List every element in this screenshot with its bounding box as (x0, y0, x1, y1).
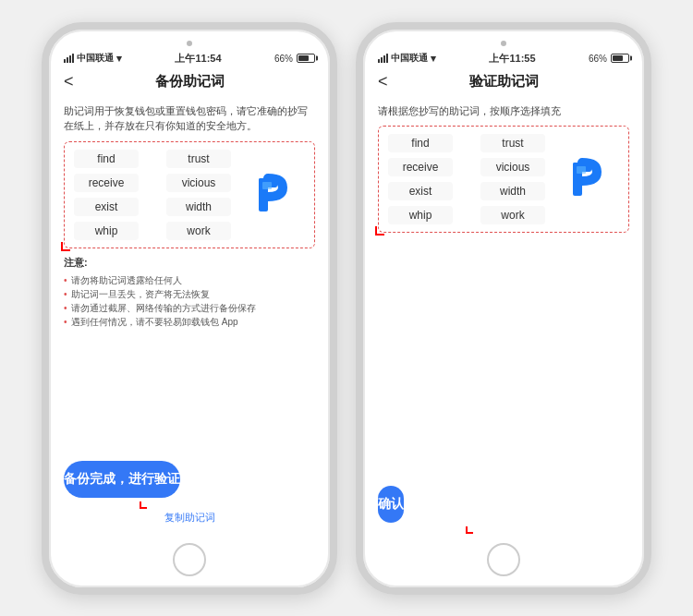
verify-row-1: find trust (388, 134, 545, 152)
mnemonic-box-1: find trust receive vicious exist width w… (64, 141, 315, 248)
logo-center-2 (553, 153, 619, 205)
verify-row-3: exist width (388, 182, 545, 200)
signal-icon-2 (378, 54, 388, 63)
verify-receive[interactable]: receive (388, 158, 453, 176)
status-bar-2: 中国联通 ▾ 上午11:55 66% (363, 44, 644, 69)
word-find: find (74, 150, 139, 168)
carrier-name-2: 中国联通 (391, 52, 428, 65)
carrier-signal-2: 中国联通 ▾ (378, 52, 436, 65)
note-item-1: 请勿将助记词透露给任何人 (64, 273, 315, 287)
battery-icon (297, 54, 315, 63)
note-item-3: 请勿通过截屏、网络传输的方式进行备份保存 (64, 301, 315, 315)
nav-bar-1: < 备份助记词 (49, 69, 330, 96)
word-trust: trust (166, 150, 231, 168)
screen-content-2: 请根据您抄写的助记词，按顺序选择填充 find trust receive vi… (363, 96, 644, 536)
word-row-4: whip work (74, 222, 231, 240)
notes-list: 请勿将助记词透露给任何人 助记词一旦丢失，资产将无法恢复 请勿通过截屏、网络传输… (64, 273, 315, 329)
tp-logo-1 (246, 169, 298, 221)
wifi-icon-2: ▾ (431, 53, 436, 65)
notes-section: 注意: 请勿将助记词透露给任何人 助记词一旦丢失，资产将无法恢复 请勿通过截屏、… (64, 256, 315, 450)
page-title-1: 备份助记词 (155, 73, 225, 91)
phone-backup: 中国联通 ▾ 上午11:54 66% < 备份助记词 助记词用于恢复钱包或重置钱… (42, 22, 337, 595)
home-button-area-1 (49, 536, 330, 587)
word-exist: exist (74, 198, 139, 216)
btn-corner-indicator (140, 501, 147, 509)
word-receive: receive (74, 174, 139, 192)
status-bar-1: 中国联通 ▾ 上午11:54 66% (49, 44, 330, 69)
word-list-2: find trust receive vicious exist width w… (388, 134, 545, 224)
home-button-1[interactable] (173, 543, 206, 576)
word-row-3: exist width (74, 198, 231, 216)
word-work: work (166, 222, 231, 240)
red-corner-indicator-2 (375, 226, 384, 236)
home-button-area-2 (363, 536, 644, 587)
verify-width[interactable]: width (480, 182, 545, 200)
verify-whip[interactable]: whip (388, 206, 453, 224)
word-whip: whip (74, 222, 139, 240)
logo-center-1 (238, 169, 305, 221)
svg-rect-3 (262, 182, 272, 189)
word-row-1: find trust (74, 150, 231, 168)
phone-verify: 中国联通 ▾ 上午11:55 66% < 验证助记词 请根据您抄写的助记词，按顺… (356, 22, 651, 595)
notes-title: 注意: (64, 256, 315, 270)
carrier-name: 中国联通 (77, 52, 114, 65)
mnemonic-box-2: find trust receive vicious exist width w… (378, 126, 629, 233)
signal-icon (64, 54, 74, 63)
description-text-1: 助记词用于恢复钱包或重置钱包密码，请它准确的抄写在纸上，并存放在只有你知道的安全… (64, 103, 315, 134)
verify-trust[interactable]: trust (480, 134, 545, 152)
red-corner-indicator-1 (61, 242, 70, 251)
battery-area: 66% (274, 54, 315, 64)
verify-exist[interactable]: exist (388, 182, 453, 200)
tp-logo-2 (560, 153, 612, 205)
home-button-2[interactable] (487, 543, 520, 576)
back-button-1[interactable]: < (64, 72, 74, 91)
wifi-icon: ▾ (116, 53, 122, 65)
nav-bar-2: < 验证助记词 (363, 69, 644, 96)
back-button-2[interactable]: < (378, 72, 388, 91)
verify-row-4: whip work (388, 206, 545, 224)
battery-percent: 66% (274, 54, 293, 64)
carrier-signal: 中国联通 ▾ (64, 52, 122, 65)
word-vicious: vicious (166, 174, 231, 192)
word-list-1: find trust receive vicious exist width w… (74, 150, 231, 240)
page-title-2: 验证助记词 (469, 73, 539, 91)
screen-content-1: 助记词用于恢复钱包或重置钱包密码，请它准确的抄写在纸上，并存放在只有你知道的安全… (49, 96, 330, 536)
word-width: width (166, 198, 231, 216)
backup-complete-button[interactable]: 备份完成，进行验证 (64, 461, 180, 498)
verify-vicious[interactable]: vicious (480, 158, 545, 176)
status-time-2: 上午11:55 (489, 52, 535, 66)
confirm-button[interactable]: 确认 (378, 486, 404, 523)
note-item-2: 助记词一旦丢失，资产将无法恢复 (64, 287, 315, 301)
note-item-4: 遇到任何情况，请不要轻易卸载钱包 App (64, 315, 315, 329)
verify-find[interactable]: find (388, 134, 453, 152)
spacer (378, 240, 629, 475)
battery-percent-2: 66% (589, 54, 607, 64)
battery-icon-2 (611, 54, 629, 63)
status-time: 上午11:54 (175, 52, 221, 66)
confirm-btn-corner (466, 526, 473, 534)
copy-mnemonic-link[interactable]: 复制助记词 (64, 511, 315, 525)
svg-rect-7 (577, 166, 586, 174)
verify-work[interactable]: work (480, 206, 545, 224)
word-row-2: receive vicious (74, 174, 231, 192)
instruction-text: 请根据您抄写的助记词，按顺序选择填充 (378, 103, 629, 119)
verify-row-2: receive vicious (388, 158, 545, 176)
battery-area-2: 66% (589, 54, 629, 64)
